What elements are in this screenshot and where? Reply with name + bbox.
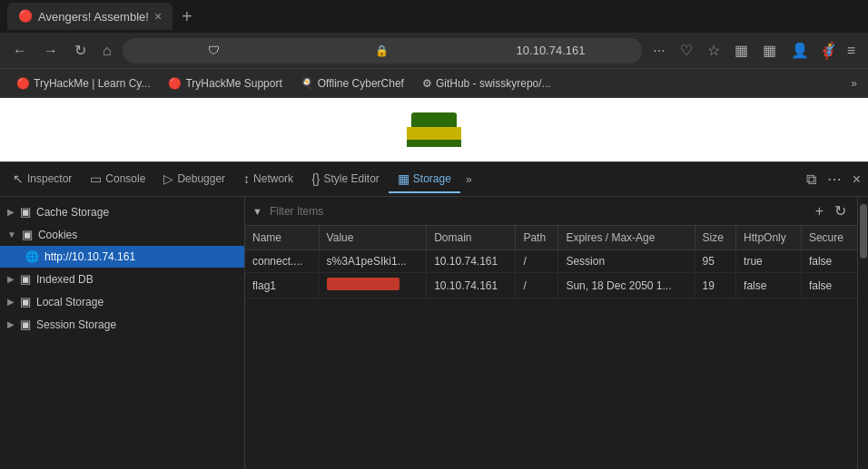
- col-header-size[interactable]: Size: [695, 226, 736, 250]
- bookmark-icon-3: ⚙: [422, 77, 432, 90]
- cookies-label: Cookies: [38, 229, 77, 241]
- bookmark-button[interactable]: ♡: [675, 38, 698, 63]
- bookmark-icon-1: 🔴: [168, 77, 182, 90]
- tab-storage[interactable]: ▦ Storage: [389, 166, 460, 193]
- bookmark-label-0: TryHackMe | Learn Cy...: [34, 77, 150, 90]
- bookmark-cyberchef[interactable]: 🍳 Offline CyberChef: [295, 75, 409, 92]
- bookmark-label-3: GitHub - swisskyrepo/...: [436, 77, 551, 90]
- cell-secure-1: false: [801, 273, 857, 298]
- table-row[interactable]: flag1 10.10.74.161 / Sun, 18 Dec 2050 1.…: [245, 273, 857, 298]
- cell-name-1: flag1: [245, 273, 319, 298]
- sidebar-item-session-storage[interactable]: ▶ ▣ Session Storage: [0, 313, 244, 336]
- cache-storage-icon: ▣: [20, 205, 31, 219]
- avengers-logo: [407, 112, 461, 147]
- globe-icon: 🌐: [25, 250, 39, 263]
- more-tabs-button[interactable]: »: [460, 173, 478, 186]
- cookies-table-container: Name Value Domain Path Expires / Max-Age…: [245, 226, 857, 469]
- cell-size-1: 19: [695, 273, 736, 298]
- filter-input[interactable]: [270, 205, 804, 218]
- nav-extras: ··· ♡ ☆ ▦ ▦ 👤 🦸 ≡: [647, 38, 861, 63]
- storage-sidebar: ▶ ▣ Cache Storage ▼ ▣ Cookies 🌐 http://1…: [0, 197, 245, 469]
- tab-close-button[interactable]: ×: [154, 9, 162, 24]
- tab-debugger-label: Debugger: [177, 172, 225, 185]
- indexed-db-label: Indexed DB: [36, 273, 94, 286]
- cell-expires-0: Session: [558, 250, 695, 273]
- security-icon: 🔒: [301, 44, 463, 57]
- devtools-close-button[interactable]: ×: [849, 167, 864, 191]
- toggle-icon-indexed-db: ▶: [7, 274, 15, 284]
- bookmarks-more-button[interactable]: »: [851, 77, 857, 90]
- network-icon: ↕: [243, 171, 250, 186]
- sidebar-item-indexed-db[interactable]: ▶ ▣ Indexed DB: [0, 268, 244, 290]
- scrollbar-thumb: [860, 204, 867, 259]
- cell-value-0: s%3A1peSIki1...: [319, 250, 427, 273]
- tab-title: Avengers! Assemble!: [38, 10, 149, 24]
- cookies-main-content: ▼ + ↻ Name Value Domain Path: [245, 197, 857, 469]
- sidebar-item-cookie-url[interactable]: 🌐 http://10.10.74.161: [0, 246, 244, 268]
- toggle-icon-cookies: ▼: [7, 230, 16, 239]
- col-header-value[interactable]: Value: [319, 226, 427, 250]
- right-scrollbar[interactable]: [857, 197, 868, 469]
- col-header-httponly[interactable]: HttpOnly: [736, 226, 802, 250]
- cell-expires-1: Sun, 18 Dec 2050 1...: [558, 273, 695, 298]
- nav-bar: ← → ↻ ⌂ 🛡 🔒 10.10.74.161 ··· ♡ ☆ ▦ ▦ 👤 🦸…: [0, 33, 868, 69]
- home-button[interactable]: ⌂: [97, 39, 117, 63]
- col-header-expires[interactable]: Expires / Max-Age: [558, 226, 695, 250]
- devtools-options-button[interactable]: ⋯: [824, 167, 845, 191]
- extensions-button[interactable]: ▦: [729, 38, 754, 63]
- col-header-path[interactable]: Path: [516, 226, 558, 250]
- inspector-icon: ↖: [13, 171, 24, 186]
- tab-network[interactable]: ↕ Network: [234, 166, 302, 193]
- cell-value-1: [319, 273, 427, 298]
- toggle-icon-session-storage: ▶: [7, 319, 15, 329]
- devtools-tab-bar: ↖ Inspector ▭ Console ▷ Debugger ↕ Netwo…: [0, 162, 868, 197]
- cell-httponly-0: true: [736, 250, 802, 273]
- tab-inspector-label: Inspector: [27, 172, 72, 185]
- cell-httponly-1: false: [736, 273, 802, 298]
- cell-size-0: 95: [695, 250, 736, 273]
- menu-button[interactable]: ≡: [842, 39, 861, 63]
- col-header-name[interactable]: Name: [245, 226, 319, 250]
- bookmark-support[interactable]: 🔴 TryHackMe Support: [163, 75, 287, 92]
- bookmark-tryhackme[interactable]: 🔴 TryHackMe | Learn Cy...: [11, 75, 155, 92]
- tab-console[interactable]: ▭ Console: [81, 166, 154, 193]
- active-tab[interactable]: 🔴 Avengers! Assemble! ×: [7, 3, 173, 30]
- filter-icon: ▼: [252, 206, 262, 217]
- refresh-cookies-button[interactable]: ↻: [831, 200, 850, 221]
- sidebar-item-cache-storage[interactable]: ▶ ▣ Cache Storage: [0, 200, 244, 223]
- cell-secure-0: false: [801, 250, 857, 273]
- table-row[interactable]: connect.... s%3A1peSIki1... 10.10.74.161…: [245, 250, 857, 273]
- redacted-value: [327, 278, 399, 290]
- cookies-icon: ▣: [22, 228, 33, 241]
- star-button[interactable]: ☆: [702, 38, 725, 63]
- col-header-secure[interactable]: Secure: [801, 226, 857, 250]
- sidebar-item-local-storage[interactable]: ▶ ▣ Local Storage: [0, 290, 244, 313]
- tab-debugger[interactable]: ▷ Debugger: [154, 166, 234, 193]
- profile-button[interactable]: 👤: [785, 38, 814, 63]
- tab-style-editor-label: Style Editor: [323, 172, 379, 185]
- storage-icon: ▦: [398, 171, 409, 186]
- logo-bottom: [407, 140, 461, 147]
- new-tab-button[interactable]: +: [176, 6, 198, 27]
- shield-icon: 🛡: [133, 44, 295, 57]
- add-cookie-button[interactable]: +: [812, 200, 827, 221]
- tab-inspector[interactable]: ↖ Inspector: [4, 166, 81, 193]
- forward-button[interactable]: →: [38, 39, 64, 63]
- sidebar-item-cookies[interactable]: ▼ ▣ Cookies: [0, 223, 244, 246]
- split-pane-button[interactable]: ⧉: [803, 167, 820, 191]
- tab-style-editor[interactable]: {} Style Editor: [302, 166, 389, 193]
- reading-button[interactable]: ▦: [757, 38, 782, 63]
- back-button[interactable]: ←: [7, 39, 33, 63]
- cell-domain-0: 10.10.74.161: [427, 250, 516, 273]
- col-header-domain[interactable]: Domain: [427, 226, 516, 250]
- bookmarks-bar: 🔴 TryHackMe | Learn Cy... 🔴 TryHackMe Su…: [0, 69, 868, 98]
- bookmark-label-1: TryHackMe Support: [185, 77, 281, 90]
- nav-more-button[interactable]: ···: [647, 39, 670, 63]
- cell-path-0: /: [516, 250, 558, 273]
- bookmark-github[interactable]: ⚙ GitHub - swisskyrepo/...: [417, 75, 557, 92]
- filter-bar: ▼ + ↻: [245, 197, 857, 226]
- refresh-button[interactable]: ↻: [69, 38, 92, 63]
- address-bar[interactable]: 🛡 🔒 10.10.74.161: [123, 38, 643, 64]
- cell-path-1: /: [516, 273, 558, 298]
- bookmark-icon-2: 🍳: [301, 77, 314, 90]
